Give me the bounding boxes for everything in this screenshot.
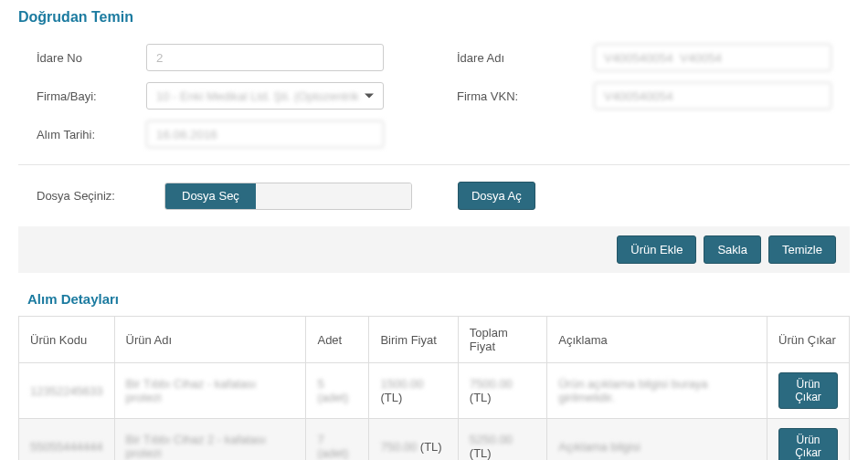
detail-section-title: Alım Detayları [18,291,850,307]
add-product-button[interactable]: Ürün Ekle [617,235,696,264]
col-cikar: Ürün Çıkar [767,317,850,363]
remove-product-button[interactable]: Ürün Çıkar [778,428,838,460]
form-row-2: Firma/Bayi: 10 - Enki Medikal Ltd. Şti. … [18,82,850,110]
firma-vkn-input[interactable] [594,82,831,110]
idare-adi-label: İdare Adı [439,51,594,65]
cell-aciklama: Açıklama bilgisi [558,440,640,454]
cell-kod: 12352245633 [30,384,103,398]
file-name-display [256,183,411,209]
firma-label: Firma/Bayi: [18,89,146,103]
currency-label: (TL) [470,391,492,404]
file-section: Dosya Seçiniz: Dosya Seç Dosya Aç [18,182,850,210]
cell-aciklama: Ürün açıklama bilgisi buraya girilmelidi… [558,377,707,404]
firma-select[interactable]: 10 - Enki Medikal Ltd. Şti. (Optozentrik… [146,82,384,110]
action-bar: Ürün Ekle Sakla Temizle [18,226,850,273]
cell-adet: 7 (adet) [317,433,348,460]
cell-kod: 55055444444 [30,440,103,454]
form-row-1: İdare No İdare Adı [18,44,850,71]
cell-birim: 1500.00 [380,377,423,391]
col-adet: Adet [306,317,369,363]
col-birim: Birim Fiyat [369,317,458,363]
cell-ad: Bir Tıbbı Cihaz 2 - kafatası protezi [126,433,267,460]
remove-product-button[interactable]: Ürün Çıkar [778,372,838,409]
idare-no-input[interactable] [146,44,384,71]
file-label: Dosya Seçiniz: [18,189,164,203]
cell-adet: 5 (adet) [317,377,348,404]
col-ad: Ürün Adı [114,317,306,363]
col-aciklama: Açıklama [547,317,767,363]
currency-label: (TL) [420,440,442,454]
alim-tarihi-label: Alım Tarihi: [18,128,146,141]
divider [18,164,850,165]
save-button[interactable]: Sakla [704,235,761,264]
cell-ad: Bir Tıbbı Cihaz - kafatası protezi [126,377,257,404]
currency-label: (TL) [470,446,492,460]
cell-birim: 750.00 [380,440,417,454]
col-toplam: Toplam Fiyat [458,317,546,363]
idare-no-label: İdare No [18,51,146,65]
chevron-down-icon [365,94,374,99]
col-kod: Ürün Kodu [19,317,115,363]
file-open-button[interactable]: Dosya Aç [458,182,535,210]
clear-button[interactable]: Temizle [768,235,836,264]
alim-tarihi-input[interactable] [146,120,384,148]
page-title: Doğrudan Temin [18,9,850,26]
cell-toplam: 7500.00 [470,377,513,391]
cell-toplam: 5250.00 [470,433,513,446]
file-choose-button[interactable]: Dosya Seç [165,183,256,209]
detail-table: Ürün Kodu Ürün Adı Adet Birim Fiyat Topl… [18,316,850,460]
table-row: 12352245633 Bir Tıbbı Cihaz - kafatası p… [19,363,850,419]
table-row: 55055444444 Bir Tıbbı Cihaz 2 - kafatası… [19,419,850,461]
file-picker[interactable]: Dosya Seç [164,183,412,210]
firma-vkn-label: Firma VKN: [439,89,594,103]
currency-label: (TL) [380,391,402,404]
idare-adi-input[interactable] [594,44,831,71]
form-row-3: Alım Tarihi: [18,120,850,148]
firma-select-text: 10 - Enki Medikal Ltd. Şti. (Optozentrik… [156,89,360,103]
